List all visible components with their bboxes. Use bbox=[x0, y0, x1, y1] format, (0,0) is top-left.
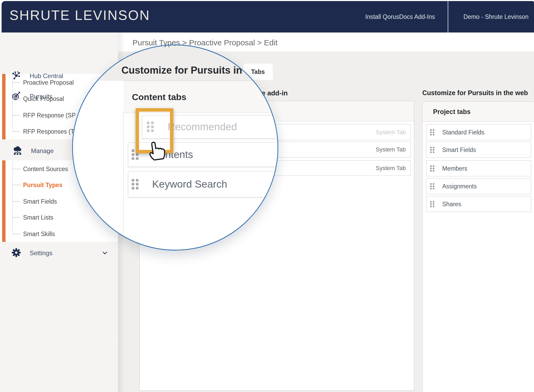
system-tab-badge: System Tab bbox=[376, 165, 406, 172]
project-tab-row-assignments[interactable]: Assignments bbox=[426, 178, 531, 194]
project-tabs-header: Project tabs bbox=[433, 108, 471, 116]
sidebar-item-settings[interactable]: Settings bbox=[0, 245, 118, 262]
project-tab-row-standard-fields[interactable]: Standard Fields bbox=[426, 124, 531, 140]
drag-handle-icon[interactable] bbox=[430, 165, 434, 172]
web-panel-header: Project tabs bbox=[423, 102, 534, 122]
company-logo: SHRUTE LEVINSON bbox=[9, 7, 150, 23]
sidebar-item-smart-skills[interactable]: Smart Skills bbox=[0, 227, 115, 241]
drag-handle-icon[interactable] bbox=[430, 147, 434, 153]
gear-icon bbox=[12, 248, 21, 258]
magnified-row-keyword-search[interactable]: Keyword Search bbox=[128, 171, 278, 197]
web-panel: Project tabs Standard Fields Smart Field… bbox=[422, 101, 534, 392]
project-tab-row-shares[interactable]: Shares bbox=[426, 196, 531, 212]
install-addins-link[interactable]: Install QorusDocs Add-Ins bbox=[360, 1, 440, 32]
hand-cursor-icon bbox=[144, 136, 167, 164]
drag-handle-icon[interactable] bbox=[430, 129, 434, 135]
project-tab-row-members[interactable]: Members bbox=[426, 160, 531, 176]
account-menu-link[interactable]: Demo - Shrute Levinson bbox=[459, 1, 533, 32]
magnifier-lens: Pursuit Types > Proactive Proposal > Edi… bbox=[72, 45, 278, 251]
sidebar-item-label: Settings bbox=[30, 249, 52, 257]
sidebar-item-label: Manage bbox=[31, 147, 54, 155]
top-bar: SHRUTE LEVINSON Install QorusDocs Add-In… bbox=[2, 1, 534, 32]
drag-handle-icon[interactable] bbox=[430, 183, 434, 189]
project-tab-row-smart-fields[interactable]: Smart Fields bbox=[426, 142, 531, 158]
web-panel-heading: Customize for Pursuits in the web bbox=[422, 89, 528, 97]
chevron-down-icon bbox=[103, 251, 107, 255]
topbar-divider bbox=[448, 1, 448, 32]
drag-handle-icon[interactable] bbox=[430, 201, 434, 207]
drag-handle-icon[interactable] bbox=[132, 179, 138, 189]
cloud-network-icon bbox=[12, 145, 23, 156]
system-tab-badge: System Tab bbox=[376, 146, 406, 153]
system-tab-badge: System Tab bbox=[376, 129, 406, 136]
